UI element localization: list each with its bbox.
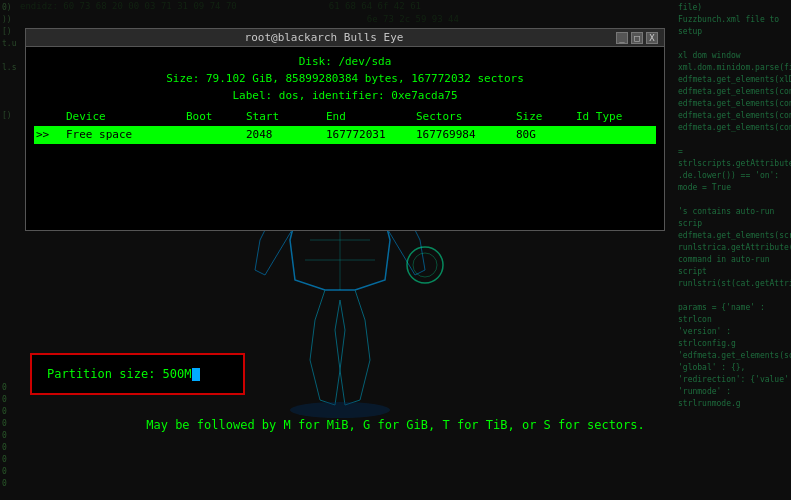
header-start: Start (246, 108, 326, 126)
close-button[interactable]: X (646, 32, 658, 44)
input-dialog: Partition size: 500M (30, 353, 245, 395)
maximize-button[interactable]: □ (631, 32, 643, 44)
code-line: 'edfmeta.get_elements(sc (678, 350, 789, 362)
header-boot: Boot (186, 108, 246, 126)
code-line: edfmeta.get_elements(scri (678, 230, 789, 242)
partition-table: Device Boot Start End Sectors Size Id Ty… (34, 108, 656, 144)
empty-table-area (34, 144, 656, 224)
code-line: .de.lower()) == 'on': (678, 170, 789, 182)
help-text: May be followed by M for MiB, G for GiB,… (0, 418, 791, 432)
row-size: 80G (516, 126, 576, 144)
code-line (678, 134, 789, 146)
row-arrow: >> (36, 126, 66, 144)
header-device: Device (66, 108, 186, 126)
partition-size-label: Partition size: 500M (47, 367, 192, 381)
code-line (678, 194, 789, 206)
right-code-text: file)Fuzzbunch.xml file to setup xl dom … (678, 2, 789, 410)
header-sectors: Sectors (416, 108, 516, 126)
code-line: xml.dom.minidom.parse(file) (678, 62, 789, 74)
terminal-body: Disk: /dev/sda Size: 79.102 GiB, 8589928… (26, 47, 664, 230)
code-line: runlstrica.getAttribute(' (678, 242, 789, 254)
header-size: Size (516, 108, 576, 126)
code-line: edfmeta.get_elements(conf (678, 110, 789, 122)
code-line: = strlscripts.getAttribute (678, 146, 789, 170)
code-line: params = {'name' : strlcon (678, 302, 789, 326)
code-line: 's contains auto-run scrip (678, 206, 789, 230)
disk-line2: Size: 79.102 GiB, 85899280384 bytes, 167… (34, 70, 656, 87)
bottom-left-panel: 000000000 (0, 380, 30, 500)
input-dialog-text: Partition size: 500M (47, 367, 228, 381)
row-start: 2048 (246, 126, 326, 144)
row-boot (186, 126, 246, 144)
disk-line1: Disk: /dev/sda (34, 53, 656, 70)
code-line: edfmeta.get_elements(conf (678, 98, 789, 110)
code-line: xl dom window (678, 50, 789, 62)
code-line (678, 290, 789, 302)
help-text-content: May be followed by M for MiB, G for GiB,… (146, 418, 645, 432)
code-line: file) (678, 2, 789, 14)
code-line: 'global' : {}, (678, 362, 789, 374)
terminal-window: root@blackarch Bulls Eye _ □ X Disk: /de… (25, 28, 665, 231)
code-line: runlstri(st(cat.getAttribute (678, 278, 789, 290)
left-hex-text: 0)))[)t.ul.s[) (2, 2, 18, 326)
table-header: Device Boot Start End Sectors Size Id Ty… (34, 108, 656, 126)
code-line (678, 38, 789, 50)
bottom-left-text: 000000000 (2, 382, 28, 490)
code-line: 'runmode' : strlrunmode.g (678, 386, 789, 410)
terminal-title: root@blackarch Bulls Eye (32, 31, 616, 44)
code-line: mode = True (678, 182, 789, 194)
code-line: edfmeta.get_elements(xlDo (678, 74, 789, 86)
code-line: 'redirection': {'value' (678, 374, 789, 386)
minimize-button[interactable]: _ (616, 32, 628, 44)
row-end: 167772031 (326, 126, 416, 144)
header-id-type: Id Type (576, 108, 656, 126)
code-line: command in auto-run script (678, 254, 789, 278)
table-row[interactable]: >> Free space 2048 167772031 167769984 8… (34, 126, 656, 144)
row-sectors: 167769984 (416, 126, 516, 144)
text-cursor (192, 368, 200, 381)
header-end: End (326, 108, 416, 126)
code-line: Fuzzbunch.xml file to setup (678, 14, 789, 38)
terminal-controls: _ □ X (616, 32, 658, 44)
disk-line3: Label: dos, identifier: 0xe7acda75 (34, 87, 656, 104)
terminal-titlebar: root@blackarch Bulls Eye _ □ X (26, 29, 664, 47)
disk-info: Disk: /dev/sda Size: 79.102 GiB, 8589928… (34, 53, 656, 104)
code-line: edfmeta.get_elements(conf (678, 122, 789, 134)
code-line: 'version' : strlconfig.g (678, 326, 789, 350)
code-line: edfmeta.get_elements(conf (678, 86, 789, 98)
header-col1 (36, 108, 66, 126)
row-device: Free space (66, 126, 186, 144)
row-id-type (576, 126, 656, 144)
